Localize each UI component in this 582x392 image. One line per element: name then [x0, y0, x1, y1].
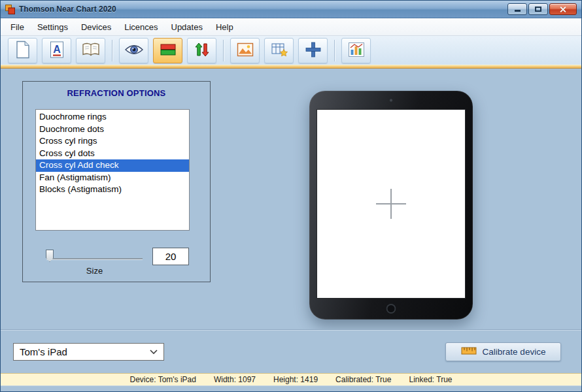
image-test-button[interactable] [230, 38, 260, 63]
status-width: Width: 1097 [214, 375, 256, 384]
toolbar: A [1, 36, 581, 65]
up-down-arrows-icon [194, 41, 211, 60]
minimize-icon [515, 10, 521, 12]
fixation-cross-button[interactable] [298, 38, 328, 63]
app-window: Thomson Near Chart 2020 File Settings De… [0, 0, 582, 392]
results-graph-button[interactable] [341, 38, 371, 63]
ruler-icon [461, 346, 477, 357]
statusbar: Device: Tom's iPad Width: 1097 Height: 1… [1, 373, 581, 385]
refraction-option[interactable]: Cross cyl rings [36, 135, 189, 148]
menu-devices[interactable]: Devices [75, 19, 118, 35]
device-select[interactable]: Tom's iPad [13, 343, 164, 361]
menubar: File Settings Devices Licences Updates H… [1, 18, 581, 36]
size-slider-track[interactable] [46, 258, 143, 259]
menu-help[interactable]: Help [209, 19, 240, 35]
status-linked: Linked: True [409, 375, 452, 384]
window-frame-bottom [1, 385, 581, 391]
new-document-icon [15, 41, 31, 61]
eye-icon [124, 43, 144, 58]
chevron-down-icon [150, 350, 158, 354]
maximize-button[interactable] [528, 3, 548, 15]
duochrome-icon [160, 42, 177, 59]
calibrate-button-label: Calibrate device [483, 347, 546, 357]
refraction-option[interactable]: Blocks (Astigmatism) [36, 184, 189, 196]
size-label: Size [46, 266, 143, 276]
new-grid-test-button[interactable] [264, 38, 294, 63]
toolbar-separator [112, 40, 112, 61]
refraction-option[interactable]: Fan (Astigmatism) [36, 172, 189, 184]
menu-settings[interactable]: Settings [31, 19, 75, 35]
refraction-option[interactable]: Cross cyl Add check [36, 159, 189, 172]
app-logo-icon [5, 5, 15, 14]
ipad-preview [309, 91, 473, 319]
menu-file[interactable]: File [4, 19, 31, 35]
ipad-home-button-icon [386, 304, 396, 314]
status-height: Height: 1419 [273, 375, 318, 384]
window-title: Thomson Near Chart 2020 [19, 5, 504, 14]
size-slider-thumb[interactable] [46, 250, 54, 262]
status-calibrated: Calibrated: True [335, 375, 391, 384]
menu-licences[interactable]: Licences [118, 19, 164, 35]
status-device: Device: Tom's iPad [130, 375, 196, 384]
acuity-test-button[interactable] [119, 38, 148, 63]
window-controls [507, 3, 577, 15]
refraction-option[interactable]: Duochrome dots [36, 123, 189, 136]
maximize-icon [535, 7, 541, 12]
refraction-options-panel: REFRACTION OPTIONS Duochrome rings Duoch… [22, 81, 211, 282]
table-star-icon [271, 42, 288, 59]
new-chart-button[interactable] [8, 38, 37, 63]
device-select-value: Tom's iPad [20, 346, 150, 357]
titlebar: Thomson Near Chart 2020 [1, 1, 581, 18]
font-settings-button[interactable]: A [42, 38, 71, 63]
refraction-tests-button[interactable] [153, 38, 182, 63]
ipad-camera-icon [390, 99, 393, 102]
close-button[interactable] [549, 3, 577, 15]
refraction-options-list[interactable]: Duochrome rings Duochrome dots Cross cyl… [35, 109, 190, 231]
refraction-option[interactable]: Duochrome rings [36, 111, 189, 123]
menu-updates[interactable]: Updates [165, 19, 209, 35]
picture-icon [237, 42, 254, 59]
svg-text:A: A [53, 44, 61, 55]
device-bar: Tom's iPad Calibrate device [1, 329, 581, 373]
book-icon [82, 42, 100, 59]
size-value-field[interactable]: 20 [152, 248, 189, 265]
ipad-screen [317, 109, 466, 299]
font-icon: A [49, 41, 65, 61]
calibrate-device-button[interactable]: Calibrate device [445, 342, 561, 361]
panel-title: REFRACTION OPTIONS [23, 88, 210, 98]
crosshair-icon [305, 41, 322, 60]
minimize-button[interactable] [507, 3, 527, 15]
main-area: REFRACTION OPTIONS Duochrome rings Duoch… [1, 69, 581, 329]
graph-icon [348, 42, 365, 59]
toolbar-separator [334, 40, 335, 61]
close-icon [560, 6, 567, 13]
toolbar-separator [223, 40, 224, 61]
contrast-test-button[interactable] [187, 38, 216, 63]
reading-text-button[interactable] [76, 38, 105, 63]
refraction-option[interactable]: Cross cyl dots [36, 148, 189, 160]
